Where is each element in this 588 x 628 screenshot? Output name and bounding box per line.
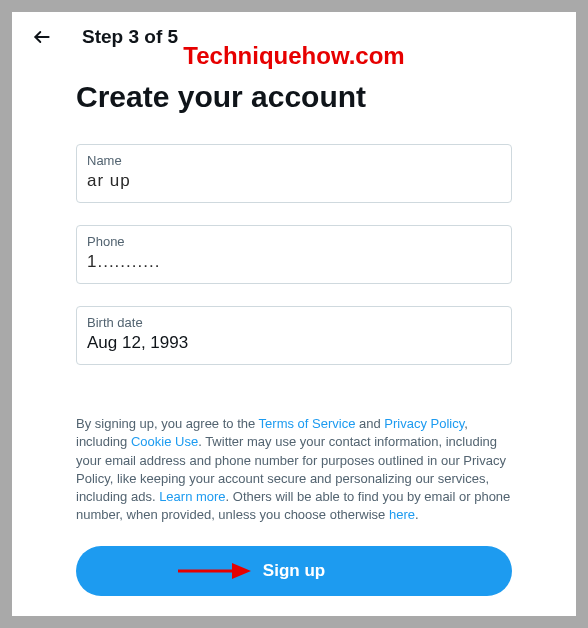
birthdate-value: Aug 12, 1993 xyxy=(87,332,501,354)
terms-disclosure: By signing up, you agree to the Terms of… xyxy=(76,415,512,524)
privacy-policy-link[interactable]: Privacy Policy xyxy=(384,416,464,431)
terms-of-service-link[interactable]: Terms of Service xyxy=(259,416,356,431)
birthdate-label: Birth date xyxy=(87,315,501,330)
name-value: ar up xyxy=(87,170,501,192)
here-link[interactable]: here xyxy=(389,507,415,522)
name-field[interactable]: Name ar up xyxy=(76,144,512,203)
modal-header: Step 3 of 5 xyxy=(12,22,576,52)
phone-value: 1........... xyxy=(87,251,501,273)
phone-field[interactable]: Phone 1........... xyxy=(76,225,512,284)
learn-more-link[interactable]: Learn more xyxy=(159,489,225,504)
phone-label: Phone xyxy=(87,234,501,249)
name-label: Name xyxy=(87,153,501,168)
cookie-use-link[interactable]: Cookie Use xyxy=(131,434,198,449)
modal-content: Create your account Name ar up Phone 1..… xyxy=(12,80,576,596)
birthdate-field[interactable]: Birth date Aug 12, 1993 xyxy=(76,306,512,365)
back-arrow-icon[interactable] xyxy=(32,27,52,47)
signup-button[interactable]: Sign up xyxy=(76,546,512,596)
page-title: Create your account xyxy=(76,80,512,114)
signup-modal: Step 3 of 5 Techniquehow.com Create your… xyxy=(12,12,576,616)
step-indicator: Step 3 of 5 xyxy=(82,26,178,48)
signup-button-wrap: Sign up xyxy=(76,546,512,596)
